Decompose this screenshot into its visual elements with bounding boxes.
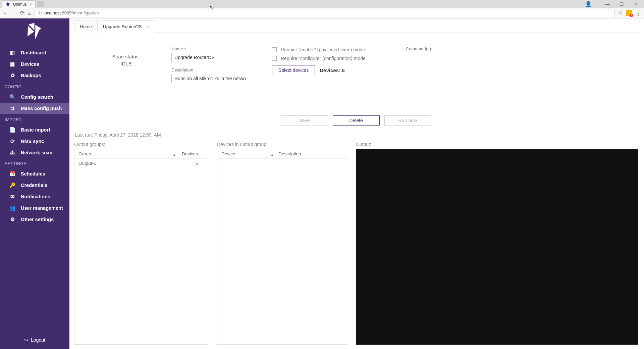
output-title: Output: [356,142,638,147]
file-icon: 📄 [9,127,15,133]
url-path: :8085/#!config/push [61,10,99,15]
devices-in-group-grid[interactable]: Device Description [217,149,347,345]
col-group[interactable]: Group [78,151,180,156]
checkbox-icon[interactable] [272,47,277,52]
sidebar-item-label: Dashboard [21,50,46,55]
logo [0,18,69,47]
sidebar-item-user-management[interactable]: 👥 User management [0,202,69,214]
home-button[interactable]: ⌂ [28,10,31,16]
scan-status-label: Scan status: [101,54,151,59]
cell-group: Output-1 [78,161,180,166]
sidebar-item-backups[interactable]: ♻ Backups [0,70,69,81]
checkbox-icon[interactable] [272,56,277,61]
url-host: localhost [44,10,61,15]
sidebar-item-basic-import[interactable]: 📄 Basic import [0,124,69,136]
back-button[interactable]: ← [3,10,8,16]
devices-count: Devices: 5 [320,67,344,73]
sidebar-item-schedules[interactable]: 📅 Schedules [0,168,69,180]
tab-close-icon[interactable]: × [30,2,32,6]
configure-mode-row[interactable]: Require "configure" (configuration) mode [272,56,366,61]
output-console[interactable] [356,149,638,345]
col-description[interactable]: Description [278,151,343,156]
devices-in-group-title: Devices in output group: [217,142,347,147]
col-device[interactable]: Device [221,151,278,156]
action-row: Save Delete Run now [74,113,638,131]
sidebar-item-config-search[interactable]: 🔍 Config search [0,91,69,103]
address-bar[interactable]: ⓘ localhost:8085/#!config/push [35,9,615,17]
sidebar-item-dashboard[interactable]: ◧ Dashboard [0,47,69,58]
network-icon: 🖧 [9,150,15,155]
sidebar-item-credentials[interactable]: 🔑 Credentials [0,180,69,191]
required-indicator: * [184,46,186,51]
sidebar-item-label: Basic import [21,127,50,133]
sidebar-item-label: Config search [21,94,53,100]
col-devices[interactable]: Devices [180,151,204,156]
output-groups-title: Output groups: [74,142,208,147]
run-now-button[interactable]: Run now [384,115,431,126]
name-label: Name * [171,46,252,51]
tab-upgrade-routeros[interactable]: Upgrade RouterOS × [97,20,155,33]
devices-icon: ▦ [9,61,15,67]
commands-label: Command(s): [406,46,523,51]
extension-icon[interactable] [626,10,632,16]
reload-button[interactable]: ⟳ [20,10,24,16]
sidebar-item-nms-sync[interactable]: ⟳ NMS sync [0,136,69,147]
form-region: Scan status: IDLE Name * Description [74,33,638,113]
tab-label: Upgrade RouterOS [103,24,142,29]
logout-button[interactable]: ↪ Logout [0,334,69,346]
new-tab-button[interactable] [37,1,44,7]
sidebar-item-devices[interactable]: ▦ Devices [0,58,69,70]
sidebar-item-label: Other settings [21,217,54,222]
forward-button[interactable]: → [11,10,17,16]
select-devices-button[interactable]: Select devices [272,65,315,75]
site-info-icon[interactable]: ⓘ [38,10,42,16]
configure-mode-label: Require "configure" (configuration) mode [281,56,366,61]
maximize-button[interactable]: ☐ [616,1,627,7]
save-button[interactable]: Save [281,115,328,126]
dashboard-icon: ◧ [9,50,15,56]
output-groups-grid[interactable]: Group Devices Output-1 5 [74,149,208,345]
sidebar-section-import: IMPORT [0,114,69,124]
tab-home[interactable]: Home [74,20,97,33]
account-icon[interactable]: 👤 [585,1,592,7]
sidebar-item-other-settings[interactable]: ⚙ Other settings [0,214,69,225]
sidebar-item-label: Backups [21,73,41,78]
table-row[interactable]: Output-1 5 [74,159,208,168]
name-input[interactable] [171,53,249,62]
scan-status-value: IDLE [101,61,151,66]
key-icon: 🔑 [9,182,15,188]
sidebar-item-label: Schedules [21,171,45,177]
minimize-button[interactable]: — [602,1,612,7]
enable-mode-label: Require "enable" (privileged-exec) mode [281,47,365,52]
sidebar-item-mass-config-push[interactable]: ⇉ Mass config push [0,103,69,114]
delete-button[interactable]: Delete [333,115,380,126]
tab-close-icon[interactable]: × [147,24,150,29]
sidebar-item-label: Credentials [21,183,47,188]
sidebar-item-label: Mass config push [21,106,62,111]
commands-textarea[interactable] [406,53,523,105]
browser-tab-title: Unimus [13,2,27,7]
enable-mode-row[interactable]: Require "enable" (privileged-exec) mode [272,47,366,52]
browser-menu-icon[interactable]: ⋮ [635,9,641,17]
sidebar-item-label: Network scan [21,150,52,155]
sidebar-item-label: Devices [21,61,39,67]
output-groups-block: Output groups: Group Devices Output-1 5 [74,142,208,345]
calendar-icon: 📅 [9,171,15,177]
users-icon: 👥 [9,205,15,211]
sidebar-section-config: CONFIG [0,81,69,91]
output-block: Output: [356,142,638,345]
page-tabs: Home Upgrade RouterOS × [74,20,638,33]
cell-devices: 5 [180,161,204,166]
browser-tab[interactable]: Unimus × [2,0,36,8]
last-run-text: Last run: Friday, April 27, 2018 12:59, … [74,131,638,142]
sidebar-item-notifications[interactable]: ✉ Notifications [0,191,69,202]
search-icon: 🔍 [9,94,15,100]
description-label: Description [171,67,252,72]
logout-icon: ↪ [24,337,28,343]
bookmark-icon[interactable]: ☆ [618,10,623,16]
description-input[interactable] [171,74,249,83]
sync-icon: ⟳ [9,138,15,144]
sidebar-item-network-scan[interactable]: 🖧 Network scan [0,147,69,158]
close-window-button[interactable]: ✕ [631,1,641,7]
sidebar: ◧ Dashboard ▦ Devices ♻ Backups CONFIG 🔍… [0,18,69,349]
